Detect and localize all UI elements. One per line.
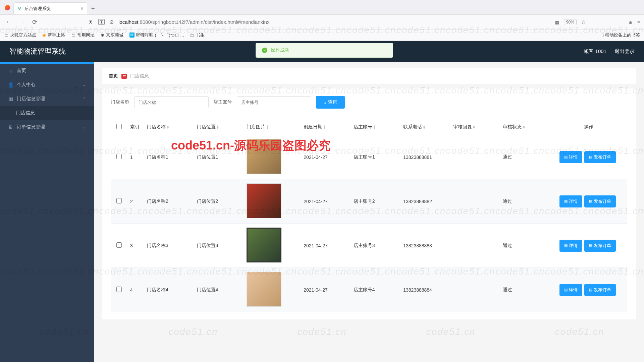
cell-image	[244, 179, 301, 224]
permissions-icon[interactable]: ⊘	[109, 19, 114, 25]
store-image[interactable]	[247, 228, 281, 262]
home-icon: ⌂	[8, 68, 13, 73]
col-date[interactable]: 创建日期▲▼	[301, 119, 351, 135]
search-button[interactable]: ⌕查询	[316, 96, 345, 109]
col-index[interactable]: 索引	[127, 119, 144, 135]
col-account[interactable]: 店主账号▲▼	[351, 119, 401, 135]
folder-icon: 🗀	[71, 33, 75, 38]
url-input[interactable]: localhost:8080/springboot142f7/admin/dis…	[118, 19, 550, 25]
cell-status: 通过	[500, 135, 550, 179]
cell-name: 门店名称3	[144, 224, 194, 268]
bookmarks-bar: 🗀火狐官方站点 ◉新手上路 🗀常用网址 ⊕京东商城 哔哔哩哔哩 ( ゜- ゜)つ…	[0, 29, 644, 41]
sort-icon: ▲▼	[216, 125, 219, 129]
doc-icon: ▤	[564, 199, 568, 203]
publish-order-button[interactable]: ▤发布订单	[584, 195, 616, 207]
col-reply[interactable]: 审核回复▲▼	[450, 119, 500, 135]
cell-account: 店主账号3	[351, 224, 401, 268]
logout-button[interactable]: 退出登录	[614, 48, 635, 55]
detail-button[interactable]: ▤详情	[559, 195, 582, 207]
bookmark-star-icon[interactable]: ☆	[581, 19, 586, 25]
filter-input-account[interactable]	[237, 96, 311, 108]
row-checkbox[interactable]	[116, 287, 122, 292]
current-user[interactable]: 顾客 1001	[584, 48, 606, 55]
bookmark-item[interactable]: ◉新手上路	[42, 32, 65, 38]
publish-order-button[interactable]: ▤发布订单	[584, 151, 616, 163]
tab-close-icon[interactable]: ×	[80, 6, 84, 12]
crumb-current: 门店信息	[130, 73, 149, 79]
detail-button[interactable]: ▤详情	[559, 240, 582, 252]
content-panel: 门店名称 店主账号 ⌕查询 索引 门店名称▲▼ 门店位置▲▼ 门店图片▲▼	[102, 88, 636, 319]
zoom-indicator[interactable]: 90%	[564, 19, 577, 25]
doc-icon: ▤	[589, 243, 592, 248]
app-menu-icon[interactable]: ≡	[637, 19, 640, 25]
browser-tab[interactable]: 后台管理系统 ×	[13, 2, 87, 14]
store-image[interactable]	[247, 139, 281, 174]
cell-name: 门店名称4	[144, 268, 194, 312]
cell-location: 门店位置3	[194, 224, 244, 268]
store-table: 索引 门店名称▲▼ 门店位置▲▼ 门店图片▲▼ 创建日期▲▼ 店主账号▲▼ 联系…	[111, 119, 627, 312]
qr-icon[interactable]: ▦	[555, 19, 559, 25]
bookmark-item[interactable]: ⊕京东商城	[101, 32, 123, 38]
chevron-up-icon: ⌃	[83, 97, 86, 101]
publish-order-button[interactable]: ▤发布订单	[584, 240, 616, 252]
sidebar-item-store-mgmt[interactable]: ▦门店信息管理⌃	[0, 92, 94, 106]
row-checkbox[interactable]	[116, 198, 122, 203]
bookmark-item[interactable]: 🗀火狐官方站点	[4, 32, 36, 38]
sidebar-item-profile[interactable]: 👤个人中心⌄	[0, 78, 94, 92]
store-image[interactable]	[247, 272, 281, 307]
cell-image	[244, 224, 301, 268]
cell-date: 2021-04-27	[301, 224, 351, 268]
col-name[interactable]: 门店名称▲▼	[144, 119, 194, 135]
new-tab-button[interactable]: +	[87, 3, 99, 14]
breadcrumb: 首页 fff 门店信息	[102, 68, 636, 84]
sidebar-item-order-mgmt[interactable]: 🗎订单信息管理⌄	[0, 120, 94, 134]
row-checkbox[interactable]	[116, 242, 122, 248]
badge-icon: fff	[121, 74, 127, 79]
cell-ops: ▤详情▤发布订单	[550, 224, 627, 268]
col-location[interactable]: 门店位置▲▼	[194, 119, 244, 135]
back-button[interactable]: ←	[4, 17, 13, 27]
store-image[interactable]	[247, 183, 281, 218]
filter-label-name: 门店名称	[111, 99, 129, 105]
mobile-bookmarks[interactable]: ▯移动设备上的书签	[601, 32, 640, 38]
cell-location: 门店位置2	[194, 179, 244, 224]
crumb-home[interactable]: 首页	[109, 73, 118, 79]
cell-name: 门店名称1	[144, 135, 194, 179]
bookmark-item[interactable]: 哔哔哩哔哩 ( ゜- ゜)つロ ...	[129, 32, 184, 38]
col-image[interactable]: 门店图片▲▼	[244, 119, 301, 135]
tracking-shield-icon[interactable]: ⛨	[88, 19, 94, 25]
cell-account: 店主账号1	[351, 135, 401, 179]
filter-label-account: 店主账号	[213, 99, 232, 105]
cell-reply	[450, 224, 500, 268]
select-all-checkbox[interactable]	[116, 124, 122, 129]
detail-button[interactable]: ▤详情	[559, 151, 582, 163]
main-content: 首页 fff 门店信息 门店名称 店主账号 ⌕查询 索引	[94, 41, 644, 362]
col-status[interactable]: 审核状态▲▼	[500, 119, 550, 135]
cell-reply	[450, 135, 500, 179]
sidebar-item-home[interactable]: ⌂首页	[0, 64, 94, 78]
publish-order-button[interactable]: ▤发布订单	[584, 284, 616, 296]
cell-tel: 13823888884	[400, 268, 450, 312]
sort-icon: ▲▼	[423, 125, 426, 129]
sidebar: ⌂首页 👤个人中心⌄ ▦门店信息管理⌃ 门店信息 🗎订单信息管理⌄	[0, 41, 94, 362]
forward-button[interactable]: →	[17, 17, 26, 27]
reload-button[interactable]: ⟳	[31, 17, 39, 27]
cell-image	[244, 135, 301, 179]
filter-input-name[interactable]	[134, 96, 209, 108]
sidebar-item-store-info[interactable]: 门店信息	[0, 106, 94, 120]
col-tel[interactable]: 联系电话▲▼	[400, 119, 450, 135]
folder-icon: 🗀	[4, 33, 8, 38]
doc-icon: ▤	[589, 288, 592, 292]
cell-date: 2021-04-27	[301, 179, 351, 224]
app-title: 智能物流管理系统	[9, 47, 66, 56]
extensions-icon[interactable]: ⊞	[629, 19, 633, 25]
jd-icon: ⊕	[101, 33, 104, 38]
bookmark-item[interactable]: 🗀书生	[190, 32, 205, 38]
firefox-icon: ◉	[42, 33, 46, 38]
site-info-icon[interactable]: ⓘ	[98, 19, 105, 25]
doc-icon: ▤	[564, 155, 568, 159]
doc-icon: ▤	[564, 288, 568, 292]
bookmark-item[interactable]: 🗀常用网址	[71, 32, 95, 38]
detail-button[interactable]: ▤详情	[559, 284, 582, 296]
row-checkbox[interactable]	[116, 154, 122, 159]
